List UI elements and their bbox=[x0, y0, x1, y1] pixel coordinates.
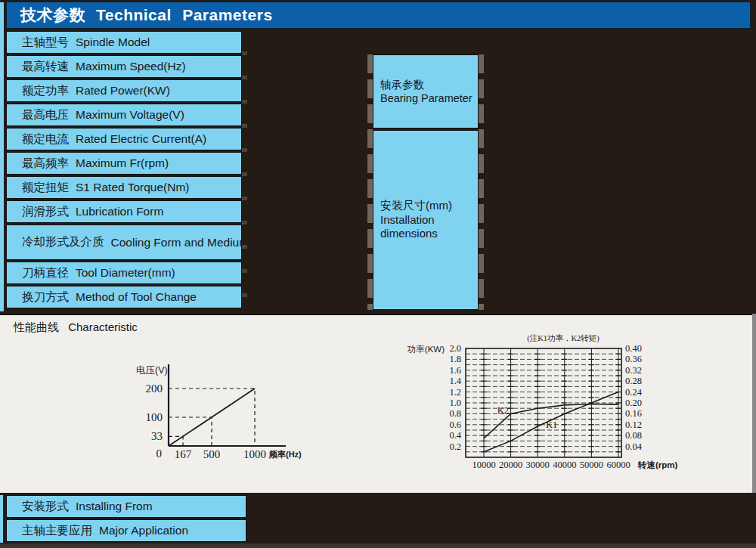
right-tick-label: 0.28 bbox=[625, 376, 642, 386]
page-bottom-shadow bbox=[0, 543, 756, 548]
right-tick-label: 0.04 bbox=[625, 441, 643, 452]
chart-note: (注K1功率，K2转矩) bbox=[527, 333, 600, 343]
row-label-zh: 最高电压 bbox=[22, 107, 69, 123]
characteristic-label: 性能曲线 Characteristic bbox=[14, 320, 138, 335]
characteristic-label-zh: 性能曲线 bbox=[14, 320, 59, 333]
left-tick-label: 1.4 bbox=[449, 376, 461, 386]
x-axis-title: 转速(rpm) bbox=[637, 460, 678, 470]
row-label-en: Method of Tool Change bbox=[76, 290, 197, 304]
x-tick-label: 40000 bbox=[553, 460, 576, 470]
parameter-table: 主轴型号 Spindle Model 最高转速 Maximum Speed(Hz… bbox=[6, 31, 242, 310]
row-label-en: Major Application bbox=[99, 524, 188, 537]
right-tick-label: 0.20 bbox=[625, 398, 642, 408]
row-label-zh: 最高转速 bbox=[22, 59, 69, 75]
table-row: 润滑形式 Lubrication Form bbox=[6, 200, 242, 223]
left-tick-label: 1.0 bbox=[449, 398, 461, 408]
row-divider-stubs bbox=[242, 31, 247, 312]
left-tick-label: 1.2 bbox=[449, 387, 461, 398]
bottom-table: 安装形式 Installing From 主轴主要应用 Major Applic… bbox=[6, 495, 246, 543]
characteristic-label-en: Characteristic bbox=[68, 320, 138, 333]
row-label-en: Tool Diameter(mm) bbox=[76, 266, 175, 280]
table-row: 冷却形式及介质 Cooling Form and Medium bbox=[6, 224, 242, 260]
grid bbox=[466, 348, 621, 457]
table-row: 最高电压 Maximum Voltage(V) bbox=[6, 104, 242, 126]
row-label-zh: 最高频率 bbox=[22, 156, 69, 172]
x-tick-label: 10000 bbox=[472, 460, 495, 470]
left-tick-label: 2.0 bbox=[449, 343, 461, 354]
bearing-label-zh: 轴承参数 bbox=[380, 78, 478, 91]
left-tick-label: 0.4 bbox=[449, 430, 461, 441]
x-tick-label: 20000 bbox=[499, 460, 522, 470]
row-label-zh: 主轴主要应用 bbox=[22, 523, 92, 539]
page-edge-strip-top bbox=[0, 2, 4, 311]
y-axis-title: 电压(V) bbox=[136, 365, 168, 376]
left-tick-label: 0.8 bbox=[449, 408, 461, 419]
row-label-zh: 刀柄直径 bbox=[22, 265, 69, 281]
left-tick-label: 0.2 bbox=[449, 441, 461, 452]
right-tick-label: 0.40 bbox=[625, 343, 642, 354]
y-tick-label: 33 bbox=[151, 430, 163, 442]
page-title: 技术参数 Technical Parameters bbox=[6, 2, 751, 29]
page-edge-strip-bottom bbox=[0, 495, 3, 543]
series-label-k1: K1 bbox=[546, 420, 557, 430]
installation-label-en1: Installation bbox=[380, 213, 478, 228]
x-tick-label: 500 bbox=[203, 448, 221, 460]
right-tick-label: 0.24 bbox=[625, 387, 643, 398]
x-tick-label: 167 bbox=[175, 448, 192, 460]
right-tick-label: 0.12 bbox=[625, 420, 642, 430]
table-row: 额定功率 Rated Power(KW) bbox=[6, 79, 242, 102]
row-label-en: Maximum Speed(Hz) bbox=[76, 60, 186, 73]
catalog-page: 技术参数 Technical Parameters 主轴型号 Spindle M… bbox=[0, 0, 756, 548]
mid-column-right-strip bbox=[479, 54, 484, 310]
row-label-en: Maximum Fr(rpm) bbox=[76, 156, 169, 170]
row-label-zh: 额定扭矩 bbox=[22, 180, 69, 196]
row-label-en: Spindle Model bbox=[76, 36, 150, 49]
row-label-en: Lubrication Form bbox=[76, 205, 163, 218]
installation-label-zh: 安装尺寸(mm) bbox=[380, 199, 478, 213]
left-axis-title: 功率(KW) bbox=[407, 345, 445, 354]
row-label-en: S1 Rated Torque(Nm) bbox=[76, 181, 189, 194]
x-tick-label: 50000 bbox=[580, 460, 603, 470]
right-tick-label: 0.36 bbox=[625, 354, 642, 364]
row-label-en: Cooling Form and Medium bbox=[111, 236, 243, 249]
installation-dimensions-cell: 安装尺寸(mm) Installation dimensions bbox=[373, 130, 479, 310]
row-label-zh: 润滑形式 bbox=[22, 204, 69, 220]
table-row: 最高转速 Maximum Speed(Hz) bbox=[6, 55, 242, 78]
table-row: 换刀方式 Method of Tool Change bbox=[6, 286, 242, 308]
right-tick-label: 0.16 bbox=[625, 408, 642, 419]
mid-column-left-strip bbox=[367, 54, 373, 310]
left-tick-label: 0.6 bbox=[449, 420, 461, 430]
page-title-en: Technical Parameters bbox=[96, 6, 273, 24]
row-label-zh: 主轴型号 bbox=[22, 35, 69, 51]
row-label-zh: 冷却形式及介质 bbox=[22, 234, 104, 250]
panel-right-edge bbox=[752, 314, 756, 493]
power-torque-chart: (注K1功率，K2转矩)功率(KW)转速(rpm)2.01.81.61.41.2… bbox=[401, 333, 711, 480]
voltage-frequency-chart: 电压(V)频率(Hz)0200100331675001000 bbox=[121, 351, 333, 466]
row-label-zh: 安装形式 bbox=[22, 499, 69, 515]
x-axis-title: 频率(Hz) bbox=[268, 450, 302, 459]
table-row: 刀柄直径 Tool Diameter(mm) bbox=[6, 262, 242, 284]
x-tick-label: 60000 bbox=[606, 460, 630, 470]
y-tick-label: 100 bbox=[146, 411, 163, 423]
row-label-zh: 额定电流 bbox=[22, 132, 69, 147]
row-label-zh: 额定功率 bbox=[22, 83, 69, 99]
row-label-en: Rated Electric Current(A) bbox=[76, 132, 206, 146]
right-tick-label: 0.08 bbox=[625, 430, 642, 441]
series-label-k2: K2 bbox=[497, 405, 509, 416]
table-row: 主轴型号 Spindle Model bbox=[6, 31, 242, 54]
x-tick-label: 30000 bbox=[526, 460, 550, 470]
row-label-en: Rated Power(KW) bbox=[76, 84, 170, 98]
characteristic-panel: 性能曲线 Characteristic 电压(V)频率(Hz)020010033… bbox=[0, 314, 752, 493]
installation-label-en2: dimensions bbox=[380, 227, 478, 241]
table-row: 额定电流 Rated Electric Current(A) bbox=[6, 128, 242, 150]
origin-label: 0 bbox=[156, 447, 163, 460]
page-title-zh: 技术参数 bbox=[20, 5, 85, 26]
table-row: 安装形式 Installing From bbox=[6, 495, 246, 518]
left-tick-label: 1.8 bbox=[449, 354, 461, 364]
table-row: 最高频率 Maximum Fr(rpm) bbox=[6, 152, 242, 175]
row-label-en: Installing From bbox=[76, 500, 153, 513]
y-tick-label: 200 bbox=[146, 382, 163, 395]
bearing-parameter-cell: 轴承参数 Bearing Parameter bbox=[373, 54, 479, 128]
x-tick-label: 1000 bbox=[243, 448, 266, 460]
row-label-zh: 换刀方式 bbox=[22, 289, 69, 305]
